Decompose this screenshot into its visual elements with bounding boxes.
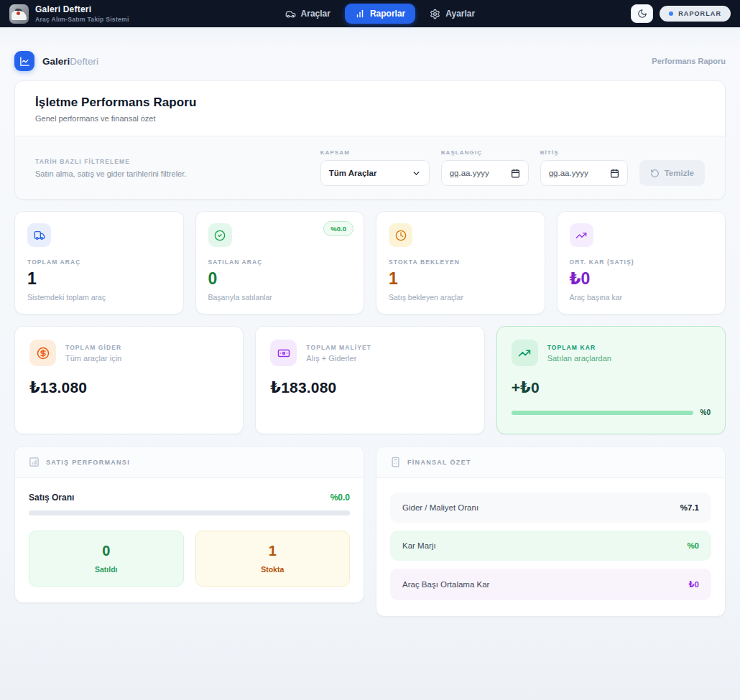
- panel-title: FİNANSAL ÖZET: [407, 459, 471, 466]
- scope-label: KAPSAM: [320, 149, 430, 156]
- check-circle-icon: [208, 223, 232, 247]
- filter-description: Satın alma, satış ve gider tarihlerini f…: [35, 169, 309, 178]
- nav-label: Ayarlar: [445, 9, 475, 19]
- calendar-icon: [610, 169, 619, 178]
- truck-icon: [27, 223, 51, 247]
- stat-label: TOPLAM ARAÇ: [27, 258, 171, 266]
- filter-title: TARİH BAZLI FİLTRELEME: [35, 158, 309, 165]
- sales-performance-panel: SATIŞ PERFORMANSI Satış Oranı %0.0 0 Sat…: [14, 446, 364, 603]
- fin-row-label: Kar Marjı: [402, 541, 436, 550]
- money-cards-row: TOPLAM GİDER Tüm araçlar için ₺13.080 TO…: [14, 326, 726, 434]
- nav-label: Raporlar: [370, 9, 405, 19]
- sales-ratio-progress-bar: [29, 510, 350, 515]
- panel-title: SATIŞ PERFORMANSI: [46, 459, 130, 466]
- money-label: TOPLAM GİDER: [65, 344, 121, 351]
- fin-row-kar-marji: Kar Marjı %0: [390, 531, 711, 561]
- end-date-placeholder: gg.aa.yyyy: [549, 169, 588, 177]
- stock-count-box: 1 Stokta: [195, 531, 351, 587]
- app-logo-image: [9, 4, 29, 24]
- stat-value: 0: [208, 271, 352, 287]
- fin-row-value: %7.1: [680, 503, 699, 512]
- sales-ratio-value: %0.0: [330, 493, 350, 503]
- money-value: ₺13.080: [29, 379, 228, 396]
- start-date-placeholder: gg.aa.yyyy: [450, 169, 489, 177]
- bar-chart-icon: [355, 9, 365, 19]
- stat-sub: Satış bekleyen araçlar: [389, 293, 532, 302]
- nav-item-raporlar[interactable]: Raporlar: [345, 4, 415, 24]
- profit-progress-label: %0: [700, 409, 711, 416]
- bar-chart-square-icon: [29, 457, 40, 467]
- app-title: Galeri Defteri: [35, 4, 129, 14]
- status-dot: [669, 11, 673, 16]
- fin-row-value: %0: [687, 541, 699, 550]
- stat-card-satilan-arac: %0.0 SATILAN ARAÇ 0 Başarıyla satılanlar: [195, 211, 365, 314]
- report-header-card: İşletme Performans Raporu Genel performa…: [14, 80, 726, 200]
- moon-icon: [637, 9, 647, 19]
- clear-button-label: Temizle: [665, 169, 694, 177]
- brand-light: Defteri: [70, 56, 98, 67]
- sold-percentage-badge: %0.0: [323, 221, 353, 236]
- money-value: ₺183.080: [270, 379, 469, 396]
- scope-selected-value: Tüm Araçlar: [329, 169, 377, 177]
- trending-up-icon: [512, 340, 538, 366]
- fin-row-label: Araç Başı Ortalama Kar: [402, 580, 489, 589]
- top-navigation-bar: Galeri Defteri Araç Alım-Satım Takip Sis…: [0, 0, 740, 27]
- stat-value: ₺0: [570, 271, 713, 287]
- line-chart-icon: [14, 51, 34, 71]
- banknote-icon: [270, 340, 297, 366]
- date-filter-bar: TARİH BAZLI FİLTRELEME Satın alma, satış…: [15, 136, 725, 199]
- sold-count-box: 0 Satıldı: [29, 531, 184, 587]
- stat-label: STOKTA BEKLEYEN: [389, 258, 532, 266]
- fin-row-gider-maliyet: Gider / Maliyet Oranı %7.1: [390, 493, 711, 523]
- stat-sub: Sistemdeki toplam araç: [27, 293, 171, 302]
- scope-select[interactable]: Tüm Araçlar: [320, 160, 430, 186]
- nav-item-araclar[interactable]: Araçlar: [278, 4, 338, 24]
- start-date-label: BAŞLANGIÇ: [441, 149, 529, 156]
- report-brand-row: GaleriDefteri Performans Raporu: [14, 51, 726, 71]
- badge-label: RAPORLAR: [678, 10, 721, 17]
- page-subtitle: Genel performans ve finansal özet: [35, 114, 705, 123]
- fin-row-arac-basi-kar: Araç Başı Ortalama Kar ₺0: [390, 569, 711, 600]
- sold-count-label: Satıldı: [29, 565, 183, 574]
- profit-progress-bar: [512, 411, 693, 415]
- current-page-badge: RAPORLAR: [660, 6, 731, 22]
- stat-label: SATILAN ARAÇ: [208, 258, 352, 266]
- nav-label: Araçlar: [301, 9, 330, 19]
- stat-card-ort-kar: ORT. KAR (SATIŞ) ₺0 Araç başına kar: [557, 211, 726, 314]
- nav-item-ayarlar[interactable]: Ayarlar: [422, 4, 482, 24]
- circle-dollar-icon: [29, 340, 56, 366]
- fin-row-label: Gider / Maliyet Oranı: [402, 503, 478, 512]
- page-title: İşletme Performans Raporu: [35, 95, 705, 110]
- clear-filters-button[interactable]: Temizle: [639, 160, 705, 186]
- money-sub: Satılan araçlardan: [547, 354, 611, 363]
- stat-sub: Başarıyla satılanlar: [208, 293, 352, 302]
- reset-icon: [650, 169, 660, 178]
- theme-toggle-button[interactable]: [631, 4, 653, 23]
- calendar-icon: [511, 169, 520, 178]
- money-sub: Alış + Giderler: [306, 354, 371, 363]
- stock-count-label: Stokta: [196, 565, 350, 574]
- sold-count-value: 0: [29, 543, 183, 559]
- end-date-input[interactable]: gg.aa.yyyy: [540, 160, 628, 186]
- end-date-label: BİTİŞ: [540, 149, 628, 156]
- money-value: +₺0: [512, 379, 711, 396]
- sales-ratio-label: Satış Oranı: [29, 493, 74, 503]
- start-date-input[interactable]: gg.aa.yyyy: [441, 160, 529, 186]
- chevron-down-icon: [412, 169, 421, 178]
- stat-value: 1: [389, 271, 532, 287]
- money-card-toplam-maliyet: TOPLAM MALİYET Alış + Giderler ₺183.080: [255, 326, 484, 434]
- stat-card-stokta-bekleyen: STOKTA BEKLEYEN 1 Satış bekleyen araçlar: [376, 211, 545, 314]
- brand-bold: Galeri: [42, 56, 70, 67]
- trending-up-icon: [570, 223, 593, 247]
- stat-cards-row: TOPLAM ARAÇ 1 Sistemdeki toplam araç %0.…: [14, 211, 726, 314]
- gear-icon: [430, 9, 440, 19]
- clock-icon: [389, 223, 412, 247]
- stat-card-toplam-arac: TOPLAM ARAÇ 1 Sistemdeki toplam araç: [14, 211, 184, 314]
- car-icon: [285, 9, 296, 19]
- app-brand: Galeri Defteri Araç Alım-Satım Takip Sis…: [9, 4, 129, 24]
- money-sub: Tüm araçlar için: [65, 354, 121, 363]
- main-nav: Araçlar Raporlar Ayarlar: [129, 4, 632, 24]
- fin-row-value: ₺0: [689, 579, 699, 589]
- calculator-icon: [390, 457, 401, 467]
- financial-summary-panel: FİNANSAL ÖZET Gider / Maliyet Oranı %7.1…: [376, 446, 726, 617]
